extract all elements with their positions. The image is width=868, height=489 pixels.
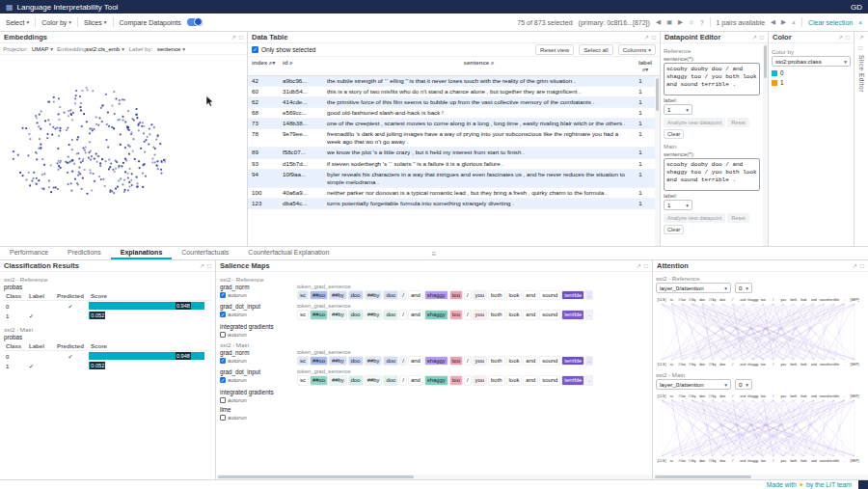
embedding-select[interactable]: sst2:cls_emb▾ xyxy=(86,46,124,52)
label-select[interactable]: 1▾ xyxy=(664,104,692,115)
popout-icon[interactable]: ↗ xyxy=(644,34,649,41)
reset-button[interactable]: Reset xyxy=(727,118,749,127)
clear-selection-icon[interactable]: × xyxy=(858,19,862,26)
autorun-checkbox[interactable]: autorun xyxy=(220,332,297,338)
select-menu[interactable]: Select▾ xyxy=(6,19,29,26)
next-pair-button[interactable]: ▶ xyxy=(781,18,786,26)
table-row[interactable]: 6031db54...this is a story of two misfit… xyxy=(248,87,655,97)
vertical-scrollbar[interactable] xyxy=(655,76,660,246)
popout-icon[interactable]: ↗ xyxy=(637,262,641,270)
sort-icon[interactable]: ▾ xyxy=(645,67,648,72)
prev-pair-button[interactable]: ◀ xyxy=(771,18,775,26)
table-row[interactable]: 10040a6a9...neither parker nor donovan i… xyxy=(248,188,655,199)
color-by-select[interactable]: sst2:probas:class ▾ xyxy=(772,56,851,67)
maximize-icon[interactable]: □ xyxy=(760,34,764,41)
slice-editor-label[interactable]: Slice Editor xyxy=(858,55,865,93)
reset-button[interactable]: Reset xyxy=(727,213,749,223)
clear-selection-button[interactable]: Clear selection xyxy=(808,19,853,26)
head-select[interactable]: 0▾ xyxy=(735,283,752,293)
user-initials[interactable]: GD xyxy=(851,3,862,12)
layer-select[interactable]: layer_0/attention▾ xyxy=(656,283,731,293)
popout-icon[interactable]: ↗ xyxy=(858,34,863,41)
tab-explanations[interactable]: Explanations xyxy=(111,247,173,259)
table-row[interactable]: 89f58c07...we know the plot 's a little … xyxy=(248,148,655,158)
table-row[interactable]: 93d15b7d...if steven soderbergh 's `` so… xyxy=(248,159,655,170)
close-pair-button[interactable]: × xyxy=(792,19,796,26)
columns-button[interactable]: Columns▾ xyxy=(618,44,656,55)
layer-select[interactable]: layer_0/attention▾ xyxy=(656,379,731,390)
slices-menu[interactable]: Slices▾ xyxy=(84,19,106,26)
label-by-select[interactable]: sentence▾ xyxy=(157,46,185,52)
field-name: probas xyxy=(4,284,211,290)
autorun-checkbox[interactable]: ✓autorun xyxy=(220,292,297,298)
sentence-field[interactable]: scooby dooby doo / and shaggy too / you … xyxy=(664,158,760,191)
maximize-icon[interactable]: □ xyxy=(239,34,243,41)
tab-counterfactual-explanation[interactable]: Counterfactual Explanation xyxy=(238,247,339,259)
color-by-menu[interactable]: Color by▾ xyxy=(41,19,71,26)
table-row[interactable]: 73148b38...one of the creepiest , scarie… xyxy=(248,119,655,129)
analyze-new-datapoint-button[interactable]: Analyze new datapoint xyxy=(664,213,725,223)
maximize-icon[interactable]: □ xyxy=(644,262,648,270)
scrollbar-thumb[interactable] xyxy=(218,475,414,478)
horizontal-scrollbar[interactable] xyxy=(216,475,652,479)
chevron-down-icon: ▾ xyxy=(686,107,689,113)
popout-icon[interactable]: ↗ xyxy=(200,262,204,270)
analyze-new-datapoint-button[interactable]: Analyze new datapoint xyxy=(664,118,725,127)
prev-datapoint-button[interactable]: ◀ xyxy=(656,18,661,26)
select-all-button[interactable]: Select all xyxy=(579,44,612,55)
only-show-selected-checkbox[interactable]: ✓ Only show selected xyxy=(252,46,315,53)
compare-datapoints-toggle[interactable] xyxy=(187,18,203,26)
column-header-label[interactable]: label ⌕▾ xyxy=(633,59,658,73)
svg-text:doo: doo xyxy=(719,394,725,398)
head-select[interactable]: 0▾ xyxy=(735,379,752,390)
table-row[interactable]: 62414cde...the primitive force of this f… xyxy=(248,97,655,108)
resize-handle[interactable]: ≡ xyxy=(432,247,437,261)
clear-button[interactable]: Clear xyxy=(664,225,684,234)
projector-select[interactable]: UMAP▾ xyxy=(32,46,53,52)
maximize-icon[interactable]: □ xyxy=(652,34,656,41)
popout-icon[interactable]: ↗ xyxy=(231,34,236,41)
column-header-id[interactable]: id ⌕ xyxy=(281,59,325,73)
sort-icon[interactable]: ▾ xyxy=(272,60,275,66)
clear-button[interactable]: Clear xyxy=(664,129,684,139)
table-row[interactable]: 9410f9aa...byler reveals his characters … xyxy=(248,170,655,188)
table-row[interactable]: 42a9bc96...the subtle strength of `` ell… xyxy=(248,76,655,87)
vertical-scrollbar[interactable] xyxy=(763,43,768,246)
column-header-sentence[interactable]: sentence ⌕ xyxy=(325,59,633,73)
maximize-icon[interactable]: □ xyxy=(207,262,211,270)
pin-datapoint-button[interactable]: ▣ xyxy=(666,18,672,26)
label-select[interactable]: 1▾ xyxy=(664,200,692,210)
sentence-field[interactable]: scooby dooby doo / and shaggy too / you … xyxy=(664,63,760,95)
autorun-checkbox[interactable]: ✓autorun xyxy=(220,312,297,317)
horizontal-scrollbar[interactable] xyxy=(653,475,868,479)
autorun-checkbox[interactable]: ✓autorun xyxy=(220,358,297,364)
tab-counterfactuals[interactable]: Counterfactuals xyxy=(172,247,238,259)
favorite-button[interactable]: ☆ xyxy=(689,18,694,26)
maximize-icon[interactable]: □ xyxy=(846,34,850,41)
autorun-checkbox[interactable]: autorun xyxy=(220,397,297,403)
scrollbar-thumb[interactable] xyxy=(764,45,767,78)
autorun-checkbox[interactable]: ✓autorun xyxy=(220,377,297,383)
autorun-checkbox[interactable]: autorun xyxy=(220,415,297,421)
tab-performance[interactable]: Performance xyxy=(0,247,58,259)
table-row[interactable]: 68e569cc...good old-fashioned slash-and-… xyxy=(248,108,655,119)
scrollbar-thumb[interactable] xyxy=(656,78,659,111)
table-row[interactable]: 123dba54c...turns potentially forgettabl… xyxy=(248,199,655,209)
search-icon[interactable]: ⌕ xyxy=(289,59,292,66)
popout-icon[interactable]: ↗ xyxy=(853,262,857,270)
table-row[interactable]: 789e79ee...fresnadillo 's dark and jolti… xyxy=(248,129,655,148)
help-button[interactable]: ? xyxy=(700,19,704,26)
next-datapoint-button[interactable]: ▶ xyxy=(678,18,683,26)
maximize-icon[interactable]: □ xyxy=(858,44,863,51)
maximize-icon[interactable]: □ xyxy=(860,262,864,270)
reset-view-button[interactable]: Reset view xyxy=(535,44,574,55)
column-header-index[interactable]: index ⌕▾ xyxy=(250,59,281,73)
svg-text:##oo: ##oo xyxy=(678,394,686,398)
scrollbar-thumb[interactable] xyxy=(655,475,751,478)
popout-icon[interactable]: ↗ xyxy=(752,34,757,41)
tab-predictions[interactable]: Predictions xyxy=(58,247,111,259)
slice-editor-strip[interactable]: ↗ □ Slice Editor xyxy=(854,32,868,246)
embedding-scatter[interactable] xyxy=(0,55,247,246)
search-icon[interactable]: ⌕ xyxy=(491,59,494,66)
popout-icon[interactable]: ↗ xyxy=(838,34,843,41)
